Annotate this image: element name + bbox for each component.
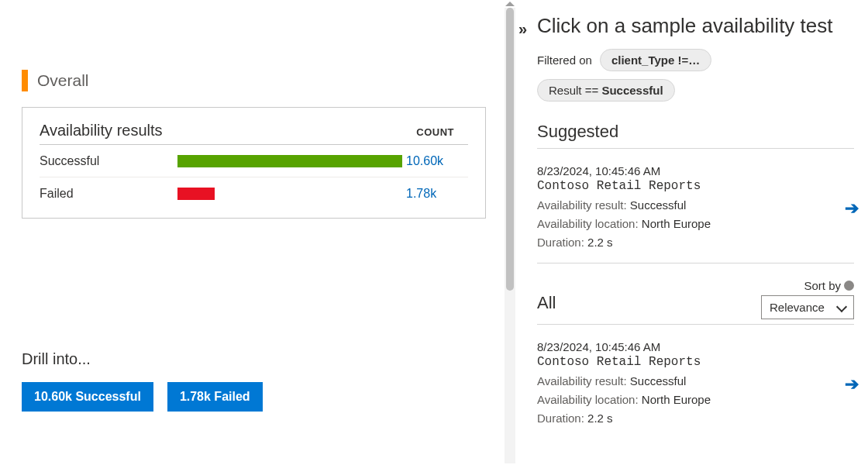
scroll-up-icon[interactable] xyxy=(505,2,515,6)
result-key: Availability result: xyxy=(537,198,627,212)
panel-title: Click on a sample availability test xyxy=(537,14,854,38)
sample-timestamp: 8/23/2024, 10:45:46 AM xyxy=(537,164,854,177)
suggested-heading: Suggested xyxy=(537,122,854,142)
filtered-on-label: Filtered on xyxy=(537,53,592,67)
scroll-track[interactable] xyxy=(505,8,515,463)
drill-into-section: Drill into... 10.60k Successful 1.78k Fa… xyxy=(22,350,508,412)
scrollbar[interactable] xyxy=(503,0,517,465)
bar-cell xyxy=(177,188,406,200)
section-header: Overall xyxy=(22,70,508,91)
result-label: Successful xyxy=(40,154,177,168)
divider xyxy=(537,148,854,149)
availability-results-card: Availability results COUNT Successful 10… xyxy=(22,107,486,219)
result-value: Successful xyxy=(630,198,687,212)
card-title: Availability results xyxy=(40,122,163,140)
duration-value: 2.2 s xyxy=(587,236,613,249)
count-column-header: COUNT xyxy=(416,126,454,138)
accent-bar xyxy=(22,70,28,91)
location-value: North Europe xyxy=(642,217,711,230)
location-key: Availability location: xyxy=(537,393,639,406)
bar-failed xyxy=(177,188,215,200)
drill-buttons: 10.60k Successful 1.78k Failed xyxy=(22,382,508,412)
divider xyxy=(537,324,854,325)
drill-failed-button[interactable]: 1.78k Failed xyxy=(167,382,263,412)
arrow-right-icon[interactable]: ➔ xyxy=(845,198,859,219)
duration-value: 2.2 s xyxy=(587,412,613,425)
section-title: Overall xyxy=(37,71,89,90)
duration-key: Duration: xyxy=(537,236,584,249)
sort-dropdown[interactable]: Relevance xyxy=(761,295,854,319)
filter-chip-client-type[interactable]: client_Type !=… xyxy=(600,49,711,71)
all-heading: All xyxy=(537,293,556,313)
drill-successful-button[interactable]: 10.60k Successful xyxy=(22,382,153,412)
duration-key: Duration: xyxy=(537,412,584,425)
bar-cell xyxy=(177,155,406,167)
filter-chip-result[interactable]: Result == Successful xyxy=(537,79,675,102)
all-header-row: All Sort by Relevance xyxy=(537,279,854,319)
samples-panel: » Click on a sample availability test Fi… xyxy=(517,0,868,465)
scroll-thumb[interactable] xyxy=(506,8,514,291)
sample-item[interactable]: 8/23/2024, 10:45:46 AM Contoso Retail Re… xyxy=(537,160,854,264)
sort-by-label: Sort by xyxy=(804,279,854,292)
bar-successful xyxy=(177,155,402,167)
location-value: North Europe xyxy=(642,393,711,406)
result-row-failed: Failed 1.78k xyxy=(40,177,468,210)
collapse-icon[interactable]: » xyxy=(518,20,527,38)
sample-item[interactable]: 8/23/2024, 10:45:46 AM Contoso Retail Re… xyxy=(537,336,854,439)
result-count-link[interactable]: 10.60k xyxy=(406,154,468,168)
result-key: Availability result: xyxy=(537,374,627,388)
sample-timestamp: 8/23/2024, 10:45:46 AM xyxy=(537,340,854,353)
sample-name: Contoso Retail Reports xyxy=(537,355,854,369)
filter-row: Filtered on client_Type !=… Result == Su… xyxy=(537,49,854,102)
result-row-successful: Successful 10.60k xyxy=(40,145,468,177)
info-icon[interactable] xyxy=(844,281,854,291)
arrow-right-icon[interactable]: ➔ xyxy=(845,374,859,394)
sample-name: Contoso Retail Reports xyxy=(537,179,854,193)
location-key: Availability location: xyxy=(537,217,639,230)
overview-panel: Overall Availability results COUNT Succe… xyxy=(0,0,508,465)
card-header-row: Availability results COUNT xyxy=(40,122,468,145)
drill-into-label: Drill into... xyxy=(22,350,508,368)
result-count-link[interactable]: 1.78k xyxy=(406,187,468,201)
result-value: Successful xyxy=(630,374,687,388)
sort-control: Sort by Relevance xyxy=(761,279,854,319)
result-label: Failed xyxy=(40,187,177,201)
